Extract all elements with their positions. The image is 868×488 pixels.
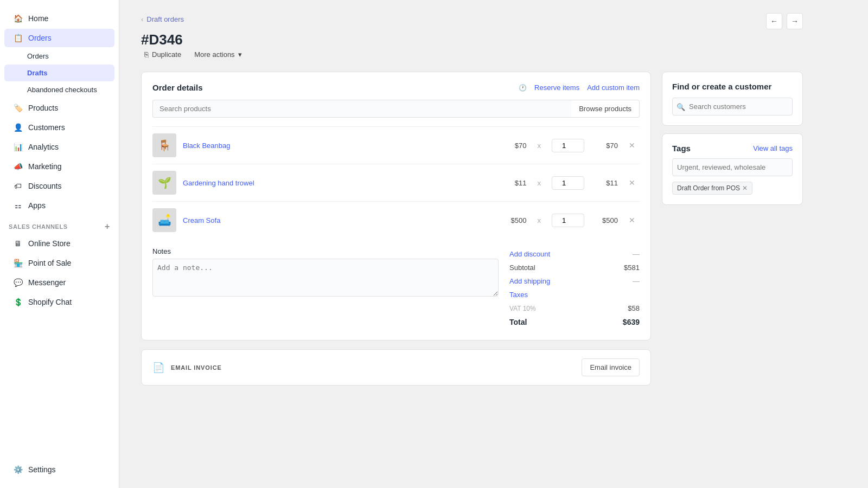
- product-name-link[interactable]: Cream Sofa: [183, 216, 493, 224]
- sidebar-item-apps[interactable]: ⚏ Apps: [4, 196, 114, 215]
- sidebar-abandoned-label: Abandoned checkouts: [27, 86, 97, 94]
- sidebar-item-analytics[interactable]: 📊 Analytics: [4, 138, 114, 156]
- nav-forward-button[interactable]: →: [787, 13, 803, 29]
- card-header: Order details 🕐 Reserve items Add custom…: [152, 83, 640, 92]
- email-icon: 📄: [152, 362, 164, 374]
- duplicate-button[interactable]: ⎘ Duplicate: [141, 48, 184, 61]
- shipping-dash: —: [633, 277, 640, 285]
- analytics-icon: 📊: [13, 142, 23, 152]
- product-search-input[interactable]: [152, 100, 571, 118]
- shopify-chat-icon: 💲: [13, 297, 23, 307]
- nav-arrows: ← →: [766, 13, 803, 29]
- nav-back-button[interactable]: ←: [766, 13, 782, 29]
- breadcrumb-label: Draft orders: [146, 15, 184, 23]
- product-remove-button[interactable]: ✕: [624, 176, 640, 189]
- product-name-link[interactable]: Black Beanbag: [183, 142, 493, 150]
- tag-chips: Draft Order from POS✕: [672, 182, 793, 195]
- sidebar-item-shopify-chat[interactable]: 💲 Shopify Chat: [4, 293, 114, 311]
- view-all-tags-link[interactable]: View all tags: [753, 144, 793, 152]
- email-invoice-button[interactable]: Email invoice: [582, 358, 640, 376]
- sidebar-item-discounts[interactable]: 🏷 Discounts: [4, 177, 114, 195]
- product-image: 🪑: [152, 133, 176, 157]
- product-remove-button[interactable]: ✕: [624, 214, 640, 227]
- tags-input[interactable]: [672, 158, 793, 176]
- reserve-items-link[interactable]: Reserve items: [534, 84, 579, 92]
- sidebar-item-online-store[interactable]: 🖥 Online Store: [4, 234, 114, 253]
- total-label: Total: [509, 318, 527, 326]
- email-section-label: EMAIL INVOICE: [171, 364, 222, 371]
- customers-icon: 👤: [13, 123, 23, 132]
- shipping-row: Add shipping —: [509, 274, 640, 288]
- tag-chip: Draft Order from POS✕: [672, 182, 752, 195]
- sidebar-item-home[interactable]: 🏠 Home: [4, 9, 114, 28]
- product-list: 🪑 Black Beanbag $70 x $70 ✕ 🌱 Gardening …: [152, 126, 640, 239]
- sidebar-item-settings[interactable]: ⚙️ Settings: [4, 460, 114, 479]
- notes-input[interactable]: [152, 259, 499, 297]
- messenger-icon: 💬: [13, 278, 23, 287]
- customer-search-input[interactable]: [672, 98, 793, 115]
- sidebar-item-messenger[interactable]: 💬 Messenger: [4, 273, 114, 292]
- tags-title: Tags: [672, 144, 691, 153]
- sidebar-item-products[interactable]: 🏷️ Products: [4, 99, 114, 117]
- main-column: Order details 🕐 Reserve items Add custom…: [141, 72, 651, 386]
- page-title: #D346: [141, 31, 803, 48]
- sales-channels-label: SALES CHANNELS: [9, 223, 68, 230]
- add-discount-link[interactable]: Add discount: [509, 250, 550, 258]
- product-emoji: 🌱: [152, 171, 176, 195]
- product-total: $70: [591, 142, 618, 150]
- sidebar-item-point-of-sale[interactable]: 🏪 Point of Sale: [4, 254, 114, 272]
- more-actions-button[interactable]: More actions ▾: [191, 48, 245, 61]
- apps-icon: ⚏: [13, 201, 23, 210]
- vat-label: VAT 10%: [509, 305, 536, 312]
- card-title: Order details: [152, 83, 203, 92]
- product-name-link[interactable]: Gardening hand trowel: [183, 179, 493, 187]
- product-qty-input[interactable]: [552, 214, 584, 227]
- sidebar-item-orders[interactable]: 📋 Orders: [4, 29, 114, 47]
- customer-card: Find or create a customer 🔍: [662, 72, 803, 126]
- sidebar-customers-label: Customers: [28, 123, 65, 132]
- sidebar-pos-label: Point of Sale: [28, 259, 71, 267]
- customer-search-icon: 🔍: [676, 102, 685, 111]
- discount-row: Add discount —: [509, 247, 640, 261]
- product-emoji: 🪑: [152, 133, 176, 157]
- sidebar-item-customers[interactable]: 👤 Customers: [4, 118, 114, 137]
- product-search-bar: Browse products: [152, 100, 640, 118]
- product-remove-button[interactable]: ✕: [624, 139, 640, 152]
- product-x: x: [533, 179, 546, 187]
- product-qty-input[interactable]: [552, 176, 584, 190]
- sidebar-orders-label: Orders: [28, 34, 52, 42]
- product-qty-input[interactable]: [552, 139, 584, 152]
- products-icon: 🏷️: [13, 103, 23, 113]
- notes-totals: Notes Add discount — Subtotal $581: [152, 247, 640, 329]
- duplicate-label: Duplicate: [152, 50, 181, 59]
- customer-search-wrap: 🔍: [672, 98, 793, 115]
- sidebar-item-orders-sub[interactable]: Orders: [4, 48, 114, 65]
- browse-products-button[interactable]: Browse products: [571, 100, 640, 118]
- sidebar-item-drafts[interactable]: Drafts: [4, 65, 114, 81]
- side-column: Find or create a customer 🔍 Tags View al…: [662, 72, 803, 213]
- sidebar-messenger-label: Messenger: [28, 278, 66, 287]
- sales-channels-section: SALES CHANNELS +: [0, 215, 119, 234]
- sidebar-home-label: Home: [28, 14, 48, 23]
- sidebar-item-marketing[interactable]: 📣 Marketing: [4, 157, 114, 176]
- notes-area: Notes: [152, 247, 499, 299]
- subtotal-label: Subtotal: [509, 264, 535, 272]
- email-invoice-section: 📄 EMAIL INVOICE Email invoice: [141, 349, 651, 386]
- product-x: x: [533, 216, 546, 224]
- add-custom-item-link[interactable]: Add custom item: [587, 84, 640, 92]
- tags-header: Tags View all tags: [672, 144, 793, 153]
- add-sales-channel-button[interactable]: +: [105, 222, 110, 232]
- add-shipping-link[interactable]: Add shipping: [509, 277, 550, 285]
- sidebar-shopify-chat-label: Shopify Chat: [28, 298, 72, 306]
- tag-remove-button[interactable]: ✕: [742, 184, 748, 192]
- sidebar-item-abandoned[interactable]: Abandoned checkouts: [4, 81, 114, 98]
- orders-icon: 📋: [13, 33, 23, 43]
- product-emoji: 🛋️: [152, 208, 176, 232]
- breadcrumb[interactable]: ‹ Draft orders: [141, 15, 184, 23]
- product-row: 🌱 Gardening hand trowel $11 x $11 ✕: [152, 164, 640, 201]
- duplicate-icon: ⎘: [144, 50, 149, 59]
- home-icon: 🏠: [13, 14, 23, 23]
- product-row: 🛋️ Cream Sofa $500 x $500 ✕: [152, 201, 640, 239]
- taxes-link[interactable]: Taxes: [509, 291, 528, 299]
- subtotal-value: $581: [624, 264, 640, 272]
